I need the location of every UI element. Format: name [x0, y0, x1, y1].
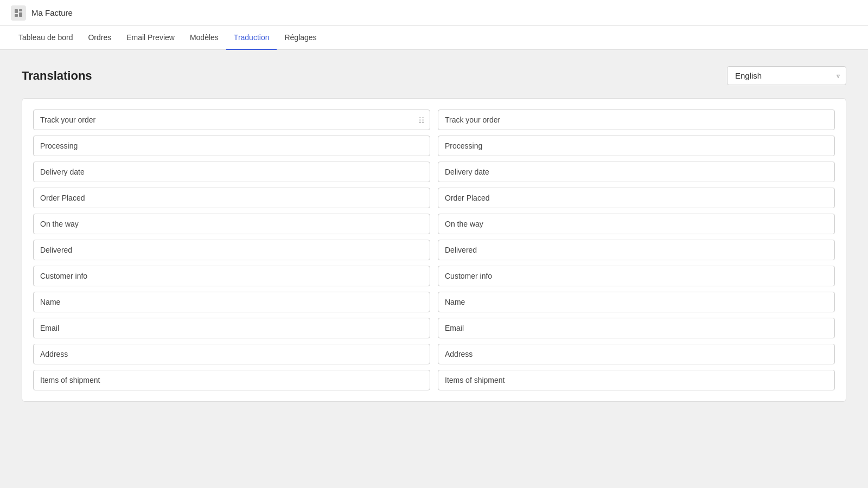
left-input-name[interactable] — [33, 292, 430, 312]
right-input-wrapper-track-your-order — [438, 110, 835, 130]
left-input-items-of-shipment[interactable] — [33, 370, 430, 390]
table-row: ☷ — [33, 110, 835, 130]
left-input-wrapper-customer-info — [33, 266, 430, 286]
nav-item-ordres[interactable]: Ordres — [80, 26, 119, 50]
language-select[interactable]: English French Spanish German — [727, 66, 846, 85]
right-input-order-placed[interactable] — [438, 188, 835, 208]
right-input-wrapper-on-the-way — [438, 214, 835, 234]
left-input-delivered[interactable] — [33, 240, 430, 260]
nav-bar: Tableau de bord Ordres Email Preview Mod… — [0, 26, 868, 50]
left-input-order-placed[interactable] — [33, 188, 430, 208]
language-select-wrapper: English French Spanish German ▿ — [727, 66, 846, 85]
table-row — [33, 344, 835, 364]
left-input-email[interactable] — [33, 318, 430, 338]
left-input-wrapper-email — [33, 318, 430, 338]
table-row — [33, 188, 835, 208]
edit-icon: ☷ — [418, 116, 425, 124]
right-input-wrapper-processing — [438, 136, 835, 156]
left-input-wrapper-on-the-way — [33, 214, 430, 234]
left-input-address[interactable] — [33, 344, 430, 364]
nav-item-traduction[interactable]: Traduction — [226, 26, 277, 50]
table-row — [33, 240, 835, 260]
table-row — [33, 318, 835, 338]
right-input-processing[interactable] — [438, 136, 835, 156]
right-input-wrapper-address — [438, 344, 835, 364]
left-input-wrapper-track-your-order: ☷ — [33, 110, 430, 130]
svg-rect-2 — [15, 14, 18, 17]
translations-card: ☷ — [22, 98, 846, 402]
table-row — [33, 162, 835, 182]
nav-item-email-preview[interactable]: Email Preview — [119, 26, 182, 50]
table-row — [33, 214, 835, 234]
right-input-items-of-shipment[interactable] — [438, 370, 835, 390]
left-input-wrapper-items-of-shipment — [33, 370, 430, 390]
right-input-wrapper-customer-info — [438, 266, 835, 286]
left-input-wrapper-order-placed — [33, 188, 430, 208]
svg-rect-3 — [19, 12, 22, 17]
right-input-wrapper-delivered — [438, 240, 835, 260]
table-row — [33, 370, 835, 390]
left-input-on-the-way[interactable] — [33, 214, 430, 234]
right-input-delivery-date[interactable] — [438, 162, 835, 182]
right-input-name[interactable] — [438, 292, 835, 312]
nav-item-reglages[interactable]: Réglages — [277, 26, 324, 50]
table-row — [33, 266, 835, 286]
app-title: Ma Facture — [31, 8, 73, 17]
nav-item-tableau[interactable]: Tableau de bord — [11, 26, 80, 50]
left-input-wrapper-address — [33, 344, 430, 364]
left-input-processing[interactable] — [33, 136, 430, 156]
left-input-wrapper-name — [33, 292, 430, 312]
nav-item-modeles[interactable]: Modèles — [182, 26, 226, 50]
translations-header: Translations English French Spanish Germ… — [22, 66, 846, 85]
top-bar: Ma Facture — [0, 0, 868, 26]
right-input-email[interactable] — [438, 318, 835, 338]
left-input-customer-info[interactable] — [33, 266, 430, 286]
right-input-wrapper-email — [438, 318, 835, 338]
left-input-track-your-order[interactable] — [33, 110, 430, 130]
svg-rect-1 — [19, 9, 22, 11]
right-input-wrapper-items-of-shipment — [438, 370, 835, 390]
left-input-wrapper-delivery-date — [33, 162, 430, 182]
left-input-delivery-date[interactable] — [33, 162, 430, 182]
right-input-wrapper-name — [438, 292, 835, 312]
right-input-track-your-order[interactable] — [438, 110, 835, 130]
table-row — [33, 136, 835, 156]
app-icon — [11, 5, 26, 21]
right-input-address[interactable] — [438, 344, 835, 364]
right-input-customer-info[interactable] — [438, 266, 835, 286]
right-input-wrapper-delivery-date — [438, 162, 835, 182]
right-input-wrapper-order-placed — [438, 188, 835, 208]
left-input-wrapper-delivered — [33, 240, 430, 260]
page-content: Translations English French Spanish Germ… — [0, 50, 868, 418]
right-input-delivered[interactable] — [438, 240, 835, 260]
right-input-on-the-way[interactable] — [438, 214, 835, 234]
left-input-wrapper-processing — [33, 136, 430, 156]
svg-rect-0 — [15, 9, 18, 13]
page-title: Translations — [22, 69, 92, 83]
table-row — [33, 292, 835, 312]
